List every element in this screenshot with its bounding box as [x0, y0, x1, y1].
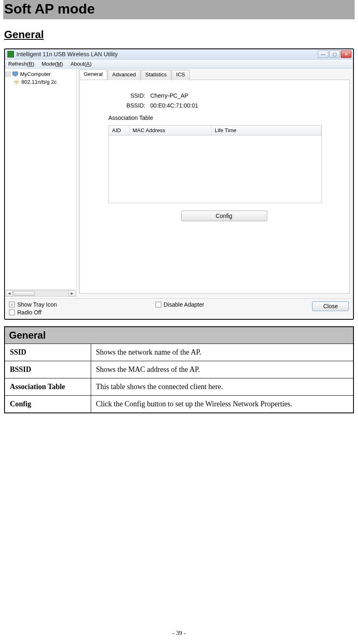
menu-refresh[interactable]: Refresh(R) [8, 61, 34, 67]
scroll-thumb[interactable] [14, 291, 35, 296]
assoc-table: AID MAC Address Life Time [108, 125, 322, 203]
tab-advanced[interactable]: Advanced [108, 70, 140, 80]
section-heading: General [4, 28, 355, 41]
window-title: Intelligent 11n USB Wireless LAN Utility [16, 51, 118, 57]
computer-icon [12, 71, 18, 77]
scroll-left-icon[interactable]: ◄ [6, 290, 13, 297]
desc-val: Click the Config button to set up the Wi… [91, 396, 353, 413]
tree-root[interactable]: − MyComputer [6, 70, 76, 78]
tabs: General Advanced Statistics ICS [79, 69, 350, 80]
assoc-table-label: Association Table [108, 115, 340, 121]
menu-bar: Refresh(R) Mode(M) About(A) [5, 60, 353, 69]
scroll-track[interactable] [13, 290, 69, 297]
show-tray-icon-label: Show Tray Icon [17, 301, 57, 308]
ssid-label: SSID: [108, 92, 145, 99]
tree-collapse-icon[interactable]: − [6, 72, 10, 76]
config-button[interactable]: Config [181, 211, 267, 221]
window-close-button[interactable]: ✕ [341, 50, 351, 58]
ssid-value: Cherry-PC_AP [150, 92, 188, 99]
bssid-label: BSSID: [108, 102, 145, 109]
show-tray-icon-checkbox[interactable]: ✓ Show Tray Icon [9, 301, 57, 308]
close-button[interactable]: Close [312, 301, 349, 311]
svg-point-2 [16, 83, 17, 85]
doc-title: Soft AP mode [3, 1, 355, 17]
desc-val: This table shows the connected client he… [91, 378, 353, 396]
doc-title-bar: Soft AP mode [3, 0, 355, 19]
tab-general[interactable]: General [79, 69, 107, 80]
tab-panel-general: SSID: Cherry-PC_AP BSSID: 00:E0:4C:71:00… [79, 80, 350, 293]
radio-off-label: Radio Off [17, 309, 41, 316]
tree-child-label: 802.11n/b/g 2c [21, 79, 57, 85]
col-lifetime[interactable]: Life Time [211, 126, 321, 135]
desc-val: Shows the MAC address of the AP. [91, 361, 353, 378]
description-table: General SSID Shows the network name of t… [4, 326, 354, 413]
desc-table-header: General [5, 327, 353, 344]
window-titlebar: Intelligent 11n USB Wireless LAN Utility… [5, 49, 353, 60]
table-row: BSSID Shows the MAC address of the AP. [5, 361, 353, 378]
menu-about[interactable]: About(A) [71, 61, 92, 67]
svg-rect-0 [13, 72, 18, 75]
disable-adapter-label: Disable Adapter [164, 301, 204, 308]
col-mac[interactable]: MAC Address [129, 126, 211, 135]
app-icon [7, 51, 14, 57]
tree-pane: − MyComputer 802.11n/b/g 2c ◄ [5, 69, 77, 298]
tab-ics[interactable]: ICS [172, 70, 190, 80]
desc-key: Association Table [5, 378, 91, 396]
tree-root-label: MyComputer [20, 71, 50, 77]
wifi-icon [13, 78, 20, 85]
minimize-button[interactable]: — [318, 50, 328, 58]
tree-child[interactable]: 802.11n/b/g 2c [6, 78, 76, 85]
radio-off-checkbox[interactable]: Radio Off [9, 309, 57, 316]
table-row: SSID Shows the network name of the AP. [5, 344, 353, 361]
menu-mode[interactable]: Mode(M) [42, 61, 63, 67]
tree-scrollbar[interactable]: ◄ ► [6, 289, 76, 297]
desc-key: SSID [5, 344, 91, 361]
tab-statistics[interactable]: Statistics [141, 70, 171, 80]
scroll-right-icon[interactable]: ► [69, 290, 76, 297]
disable-adapter-checkbox[interactable]: Disable Adapter [156, 301, 204, 308]
app-footer: ✓ Show Tray Icon Radio Off Disable Adapt… [5, 298, 353, 319]
table-row: Association Table This table shows the c… [5, 378, 353, 396]
svg-rect-1 [14, 76, 16, 76]
desc-key: Config [5, 396, 91, 413]
page-number: - 39 - [0, 630, 358, 637]
maximize-button[interactable]: ▢ [329, 50, 340, 58]
col-aid[interactable]: AID [109, 126, 129, 135]
desc-val: Shows the network name of the AP. [91, 344, 353, 361]
bssid-value: 00:E0:4C:71:00:01 [150, 102, 198, 109]
desc-key: BSSID [5, 361, 91, 378]
table-row: Config Click the Config button to set up… [5, 396, 353, 413]
app-window: Intelligent 11n USB Wireless LAN Utility… [4, 48, 354, 320]
